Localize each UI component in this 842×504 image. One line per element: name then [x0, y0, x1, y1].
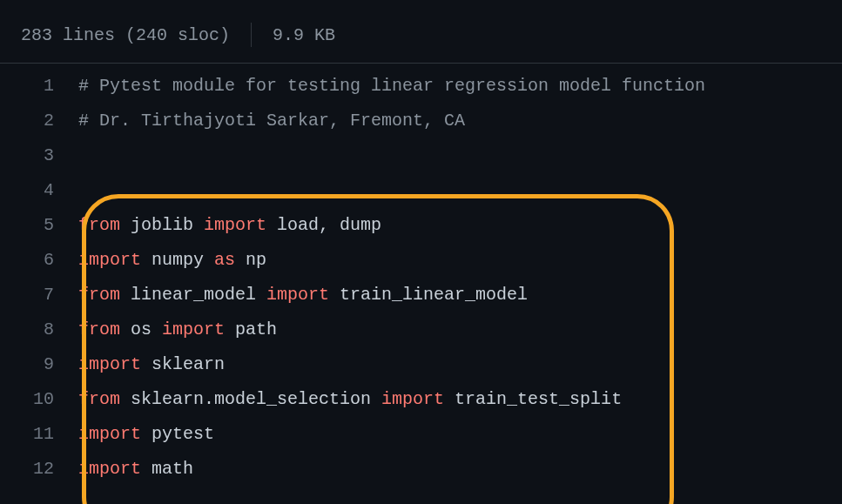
code-content[interactable]: from os import path [78, 312, 277, 347]
code-content[interactable]: from linear_model import train_linear_mo… [78, 278, 528, 312]
line-number[interactable]: 8 [0, 312, 78, 347]
code-line[interactable]: 12import math [0, 452, 842, 487]
line-number[interactable]: 11 [0, 417, 78, 452]
code-line[interactable]: 8from os import path [0, 312, 842, 347]
line-number[interactable]: 1 [0, 69, 78, 104]
line-number[interactable]: 10 [0, 382, 78, 417]
code-viewer[interactable]: 1# Pytest module for testing linear regr… [0, 64, 842, 487]
code-content[interactable]: import sklearn [78, 347, 225, 382]
line-number[interactable]: 2 [0, 104, 78, 138]
code-line[interactable]: 4 [0, 173, 842, 208]
code-content[interactable]: import math [78, 452, 193, 487]
header-divider [251, 23, 252, 47]
line-number[interactable]: 5 [0, 208, 78, 243]
line-number[interactable]: 7 [0, 278, 78, 312]
code-line[interactable]: 6import numpy as np [0, 243, 842, 278]
code-line[interactable]: 1# Pytest module for testing linear regr… [0, 69, 842, 104]
line-count: 283 lines (240 sloc) [21, 25, 247, 45]
code-content[interactable]: import pytest [78, 417, 214, 452]
code-content[interactable]: from joblib import load, dump [78, 208, 381, 243]
line-number[interactable]: 9 [0, 347, 78, 382]
line-number[interactable]: 3 [0, 138, 78, 173]
code-line[interactable]: 3 [0, 138, 842, 173]
line-number[interactable]: 4 [0, 173, 78, 208]
code-line[interactable]: 5from joblib import load, dump [0, 208, 842, 243]
code-line[interactable]: 2# Dr. Tirthajyoti Sarkar, Fremont, CA [0, 104, 842, 138]
code-content[interactable]: # Pytest module for testing linear regre… [78, 69, 705, 104]
code-line[interactable]: 11import pytest [0, 417, 842, 452]
line-number[interactable]: 6 [0, 243, 78, 278]
code-content[interactable]: import numpy as np [78, 243, 266, 278]
code-content[interactable]: from sklearn.model_selection import trai… [78, 382, 622, 417]
code-content[interactable]: # Dr. Tirthajyoti Sarkar, Fremont, CA [78, 104, 465, 138]
file-info-header: 283 lines (240 sloc) 9.9 KB [0, 7, 842, 64]
code-line[interactable]: 10from sklearn.model_selection import tr… [0, 382, 842, 417]
code-line[interactable]: 9import sklearn [0, 347, 842, 382]
code-line[interactable]: 7from linear_model import train_linear_m… [0, 278, 842, 312]
line-number[interactable]: 12 [0, 452, 78, 487]
file-size: 9.9 KB [255, 25, 335, 45]
